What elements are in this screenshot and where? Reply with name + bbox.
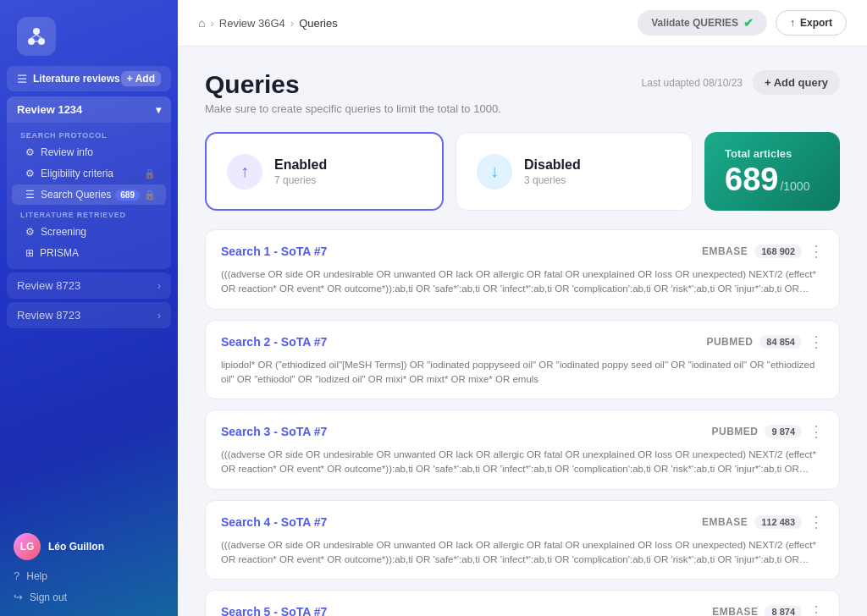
db-label: PUBMED — [706, 336, 753, 348]
search-card-header: Search 4 - SoTA #7 EMBASE 112 483 ⋮ — [221, 513, 824, 531]
validate-queries-label: Validate QUERIES — [651, 17, 738, 29]
sidebar-item-search-queries[interactable]: ☰ Search Queries 689 🔒 — [12, 184, 166, 205]
screening-label: Screening — [41, 226, 86, 238]
search-title[interactable]: Search 4 - SoTA #7 — [221, 515, 327, 529]
count-badge: 9 874 — [765, 425, 802, 438]
disabled-sub: 3 queries — [524, 174, 581, 186]
search-body: lipiodol* OR ("ethiodized oil"[MeSH Term… — [221, 358, 824, 388]
search-card-search-4: Search 4 - SoTA #7 EMBASE 112 483 ⋮ (((a… — [205, 500, 840, 580]
search-meta: EMBASE 112 483 ⋮ — [702, 513, 824, 531]
svg-point-0 — [33, 28, 40, 35]
breadcrumb-sep-2: › — [290, 17, 294, 30]
search-meta: PUBMED 84 854 ⋮ — [706, 333, 824, 351]
last-updated: Last udapted 08/10/23 — [642, 77, 743, 89]
page-header: Queries Make sure to create specific que… — [205, 70, 840, 115]
literature-reviews-nav[interactable]: ☰ Literature reviews + Add — [7, 66, 171, 91]
signout-label: Sign out — [30, 591, 67, 603]
add-query-label: + Add query — [765, 76, 828, 89]
more-options-button[interactable]: ⋮ — [809, 513, 824, 531]
search-body: (((adverse OR side OR undesirable OR unw… — [221, 448, 824, 477]
enabled-sub: 7 queries — [274, 174, 327, 186]
search-cards-container: Search 1 - SoTA #7 EMBASE 168 902 ⋮ (((a… — [205, 229, 840, 616]
search-card-search-5: Search 5 - SoTA #7 EMBASE 8 874 ⋮ — [205, 590, 840, 616]
breadcrumb-sep-1: › — [210, 17, 213, 30]
review-1234-name: Review 1234 — [17, 103, 82, 116]
more-options-button[interactable]: ⋮ — [809, 333, 824, 351]
review-8723-label-2: Review 8723 — [17, 309, 80, 322]
lit-retrieved-label: LITERATURE RETRIEVED — [7, 206, 171, 221]
check-icon: ✔ — [743, 16, 754, 30]
more-options-button[interactable]: ⋮ — [809, 242, 824, 261]
sidebar-item-prisma[interactable]: ⊞ PRISMA — [12, 243, 166, 263]
db-label: EMBASE — [712, 606, 758, 616]
topbar: ⌂ › Review 36G4 › Queries Validate QUERI… — [178, 0, 867, 47]
sidebar-item-eligibility-criteria[interactable]: ⚙ Eligibility criteria 🔒 — [12, 163, 166, 184]
add-review-button[interactable]: + Add — [121, 71, 161, 86]
sidebar: ☰ Literature reviews + Add Review 1234 ▾… — [0, 0, 178, 616]
search-queries-badge: 689 — [115, 190, 140, 201]
gear-icon: ⚙ — [25, 168, 35, 179]
search-card-header: Search 2 - SoTA #7 PUBMED 84 854 ⋮ — [221, 333, 824, 351]
count-badge: 8 874 — [765, 605, 802, 616]
page-title-block: Queries Make sure to create specific que… — [205, 70, 501, 115]
lit-reviews-label: Literature reviews — [33, 73, 120, 85]
search-meta: EMBASE 8 874 ⋮ — [712, 602, 824, 616]
lock-icon: 🔒 — [144, 190, 156, 201]
disabled-card[interactable]: ↓ Disabled 3 queries — [456, 132, 693, 211]
search-title[interactable]: Search 5 - SoTA #7 — [221, 605, 327, 616]
review-1234-header[interactable]: Review 1234 ▾ — [7, 96, 171, 123]
add-query-button[interactable]: + Add query — [753, 70, 840, 95]
breadcrumb: ⌂ › Review 36G4 › Queries — [198, 16, 338, 30]
list-icon: ☰ — [25, 189, 35, 201]
screening-icon: ⚙ — [25, 226, 35, 238]
more-options-button[interactable]: ⋮ — [809, 602, 824, 616]
signout-link[interactable]: ↪ Sign out — [10, 586, 168, 608]
enabled-card[interactable]: ↑ Enabled 7 queries — [205, 132, 444, 211]
review-8723-label-1: Review 8723 — [17, 279, 80, 292]
search-card-search-1: Search 1 - SoTA #7 EMBASE 168 902 ⋮ (((a… — [205, 229, 840, 310]
search-body: (((adverse OR side OR undesirable OR unw… — [221, 267, 824, 297]
search-queries-label: Search Queries — [41, 189, 111, 201]
sidebar-item-screening[interactable]: ⚙ Screening — [12, 222, 166, 242]
page-header-right: Last udapted 08/10/23 + Add query — [642, 70, 840, 95]
breadcrumb-current: Queries — [299, 17, 338, 30]
total-max: /1000 — [780, 179, 809, 193]
svg-line-4 — [36, 35, 41, 38]
search-title[interactable]: Search 1 - SoTA #7 — [221, 245, 327, 258]
more-options-button[interactable]: ⋮ — [809, 422, 824, 441]
search-card-header: Search 1 - SoTA #7 EMBASE 168 902 ⋮ — [221, 242, 824, 261]
search-card-header: Search 3 - SoTA #7 PUBMED 9 874 ⋮ — [221, 422, 824, 441]
review-8723-first[interactable]: Review 8723 › — [7, 272, 171, 299]
gear-icon: ⚙ — [25, 146, 35, 158]
enabled-icon: ↑ — [227, 154, 262, 190]
svg-line-3 — [31, 35, 36, 38]
help-link[interactable]: ? Help — [10, 565, 168, 586]
eligibility-criteria-label: Eligibility criteria — [41, 168, 113, 179]
search-card-search-3: Search 3 - SoTA #7 PUBMED 9 874 ⋮ (((adv… — [205, 410, 840, 490]
review-1234-item: Review 1234 ▾ SEARCH PROTOCOL ⚙ Review i… — [7, 96, 171, 269]
export-button[interactable]: ↑ Export — [776, 10, 847, 36]
chevron-right-icon: › — [157, 310, 161, 322]
breadcrumb-review-link[interactable]: Review 36G4 — [219, 17, 285, 30]
lock-icon: 🔒 — [144, 168, 156, 179]
db-label: EMBASE — [702, 245, 748, 257]
search-title[interactable]: Search 3 - SoTA #7 — [221, 425, 327, 438]
logo-area — [0, 0, 178, 66]
count-badge: 168 902 — [754, 245, 802, 258]
search-card-header: Search 5 - SoTA #7 EMBASE 8 874 ⋮ — [221, 602, 824, 616]
page-title: Queries — [205, 70, 501, 99]
help-icon: ? — [14, 569, 19, 582]
disabled-label: Disabled — [524, 157, 581, 173]
sidebar-item-review-info[interactable]: ⚙ Review info — [12, 142, 166, 162]
home-icon[interactable]: ⌂ — [198, 16, 205, 30]
export-label: Export — [800, 17, 832, 29]
disabled-icon: ↓ — [477, 154, 512, 190]
review-1234-submenu: SEARCH PROTOCOL ⚙ Review info ⚙ Eligibil… — [7, 123, 171, 269]
search-title[interactable]: Search 2 - SoTA #7 — [221, 335, 327, 349]
search-card-search-2: Search 2 - SoTA #7 PUBMED 84 854 ⋮ lipio… — [205, 320, 840, 400]
prisma-label: PRISMA — [40, 247, 79, 259]
user-row: LG Léo Guillon — [10, 528, 168, 565]
review-8723-second[interactable]: Review 8723 › — [7, 302, 171, 328]
validate-queries-button[interactable]: Validate QUERIES ✔ — [638, 10, 767, 36]
sidebar-bottom: LG Léo Guillon ? Help ↪ Sign out — [0, 520, 178, 616]
